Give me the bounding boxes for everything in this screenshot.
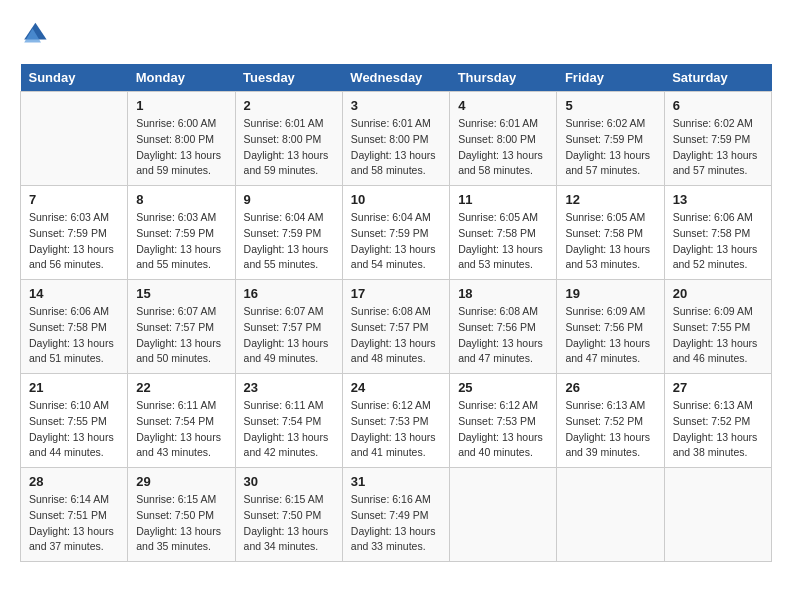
day-info: Sunrise: 6:01 AMSunset: 8:00 PMDaylight:… xyxy=(351,116,441,179)
day-number: 24 xyxy=(351,380,441,395)
day-info: Sunrise: 6:14 AMSunset: 7:51 PMDaylight:… xyxy=(29,492,119,555)
weekday-header-friday: Friday xyxy=(557,64,664,92)
day-number: 29 xyxy=(136,474,226,489)
calendar-cell: 19Sunrise: 6:09 AMSunset: 7:56 PMDayligh… xyxy=(557,280,664,374)
page-header xyxy=(20,20,772,48)
day-info: Sunrise: 6:15 AMSunset: 7:50 PMDaylight:… xyxy=(136,492,226,555)
calendar-cell: 29Sunrise: 6:15 AMSunset: 7:50 PMDayligh… xyxy=(128,468,235,562)
weekday-header-sunday: Sunday xyxy=(21,64,128,92)
day-number: 28 xyxy=(29,474,119,489)
calendar-week-3: 14Sunrise: 6:06 AMSunset: 7:58 PMDayligh… xyxy=(21,280,772,374)
day-number: 23 xyxy=(244,380,334,395)
day-info: Sunrise: 6:08 AMSunset: 7:57 PMDaylight:… xyxy=(351,304,441,367)
day-number: 13 xyxy=(673,192,763,207)
calendar-week-1: 1Sunrise: 6:00 AMSunset: 8:00 PMDaylight… xyxy=(21,92,772,186)
day-info: Sunrise: 6:05 AMSunset: 7:58 PMDaylight:… xyxy=(458,210,548,273)
day-info: Sunrise: 6:06 AMSunset: 7:58 PMDaylight:… xyxy=(29,304,119,367)
day-number: 19 xyxy=(565,286,655,301)
calendar-cell: 15Sunrise: 6:07 AMSunset: 7:57 PMDayligh… xyxy=(128,280,235,374)
day-number: 22 xyxy=(136,380,226,395)
day-number: 7 xyxy=(29,192,119,207)
calendar-cell: 2Sunrise: 6:01 AMSunset: 8:00 PMDaylight… xyxy=(235,92,342,186)
day-info: Sunrise: 6:03 AMSunset: 7:59 PMDaylight:… xyxy=(136,210,226,273)
calendar-cell: 14Sunrise: 6:06 AMSunset: 7:58 PMDayligh… xyxy=(21,280,128,374)
calendar-cell xyxy=(557,468,664,562)
calendar-cell: 20Sunrise: 6:09 AMSunset: 7:55 PMDayligh… xyxy=(664,280,771,374)
weekday-header-saturday: Saturday xyxy=(664,64,771,92)
calendar-cell xyxy=(21,92,128,186)
day-number: 10 xyxy=(351,192,441,207)
calendar-cell: 25Sunrise: 6:12 AMSunset: 7:53 PMDayligh… xyxy=(450,374,557,468)
calendar-cell: 16Sunrise: 6:07 AMSunset: 7:57 PMDayligh… xyxy=(235,280,342,374)
day-info: Sunrise: 6:08 AMSunset: 7:56 PMDaylight:… xyxy=(458,304,548,367)
day-number: 3 xyxy=(351,98,441,113)
day-info: Sunrise: 6:03 AMSunset: 7:59 PMDaylight:… xyxy=(29,210,119,273)
day-info: Sunrise: 6:11 AMSunset: 7:54 PMDaylight:… xyxy=(136,398,226,461)
day-info: Sunrise: 6:04 AMSunset: 7:59 PMDaylight:… xyxy=(244,210,334,273)
day-number: 17 xyxy=(351,286,441,301)
calendar-cell: 31Sunrise: 6:16 AMSunset: 7:49 PMDayligh… xyxy=(342,468,449,562)
calendar-cell: 6Sunrise: 6:02 AMSunset: 7:59 PMDaylight… xyxy=(664,92,771,186)
calendar-cell: 11Sunrise: 6:05 AMSunset: 7:58 PMDayligh… xyxy=(450,186,557,280)
day-number: 20 xyxy=(673,286,763,301)
calendar-table: SundayMondayTuesdayWednesdayThursdayFrid… xyxy=(20,64,772,562)
day-number: 27 xyxy=(673,380,763,395)
day-number: 1 xyxy=(136,98,226,113)
day-info: Sunrise: 6:04 AMSunset: 7:59 PMDaylight:… xyxy=(351,210,441,273)
day-number: 30 xyxy=(244,474,334,489)
day-number: 25 xyxy=(458,380,548,395)
calendar-week-4: 21Sunrise: 6:10 AMSunset: 7:55 PMDayligh… xyxy=(21,374,772,468)
calendar-cell: 24Sunrise: 6:12 AMSunset: 7:53 PMDayligh… xyxy=(342,374,449,468)
day-number: 15 xyxy=(136,286,226,301)
day-number: 21 xyxy=(29,380,119,395)
day-info: Sunrise: 6:16 AMSunset: 7:49 PMDaylight:… xyxy=(351,492,441,555)
calendar-cell: 7Sunrise: 6:03 AMSunset: 7:59 PMDaylight… xyxy=(21,186,128,280)
calendar-cell: 22Sunrise: 6:11 AMSunset: 7:54 PMDayligh… xyxy=(128,374,235,468)
day-info: Sunrise: 6:10 AMSunset: 7:55 PMDaylight:… xyxy=(29,398,119,461)
day-info: Sunrise: 6:00 AMSunset: 8:00 PMDaylight:… xyxy=(136,116,226,179)
calendar-week-2: 7Sunrise: 6:03 AMSunset: 7:59 PMDaylight… xyxy=(21,186,772,280)
weekday-header-thursday: Thursday xyxy=(450,64,557,92)
day-info: Sunrise: 6:13 AMSunset: 7:52 PMDaylight:… xyxy=(565,398,655,461)
calendar-cell: 23Sunrise: 6:11 AMSunset: 7:54 PMDayligh… xyxy=(235,374,342,468)
calendar-cell: 13Sunrise: 6:06 AMSunset: 7:58 PMDayligh… xyxy=(664,186,771,280)
calendar-cell: 27Sunrise: 6:13 AMSunset: 7:52 PMDayligh… xyxy=(664,374,771,468)
day-info: Sunrise: 6:02 AMSunset: 7:59 PMDaylight:… xyxy=(565,116,655,179)
calendar-cell: 9Sunrise: 6:04 AMSunset: 7:59 PMDaylight… xyxy=(235,186,342,280)
calendar-week-5: 28Sunrise: 6:14 AMSunset: 7:51 PMDayligh… xyxy=(21,468,772,562)
day-number: 31 xyxy=(351,474,441,489)
day-number: 5 xyxy=(565,98,655,113)
day-info: Sunrise: 6:15 AMSunset: 7:50 PMDaylight:… xyxy=(244,492,334,555)
weekday-header-wednesday: Wednesday xyxy=(342,64,449,92)
calendar-cell: 5Sunrise: 6:02 AMSunset: 7:59 PMDaylight… xyxy=(557,92,664,186)
calendar-cell: 8Sunrise: 6:03 AMSunset: 7:59 PMDaylight… xyxy=(128,186,235,280)
calendar-cell xyxy=(664,468,771,562)
day-number: 2 xyxy=(244,98,334,113)
calendar-cell: 12Sunrise: 6:05 AMSunset: 7:58 PMDayligh… xyxy=(557,186,664,280)
calendar-cell: 4Sunrise: 6:01 AMSunset: 8:00 PMDaylight… xyxy=(450,92,557,186)
day-info: Sunrise: 6:05 AMSunset: 7:58 PMDaylight:… xyxy=(565,210,655,273)
day-number: 11 xyxy=(458,192,548,207)
day-number: 14 xyxy=(29,286,119,301)
weekday-header-monday: Monday xyxy=(128,64,235,92)
day-number: 16 xyxy=(244,286,334,301)
calendar-cell: 3Sunrise: 6:01 AMSunset: 8:00 PMDaylight… xyxy=(342,92,449,186)
day-number: 8 xyxy=(136,192,226,207)
day-info: Sunrise: 6:01 AMSunset: 8:00 PMDaylight:… xyxy=(244,116,334,179)
day-info: Sunrise: 6:12 AMSunset: 7:53 PMDaylight:… xyxy=(458,398,548,461)
day-info: Sunrise: 6:13 AMSunset: 7:52 PMDaylight:… xyxy=(673,398,763,461)
day-info: Sunrise: 6:11 AMSunset: 7:54 PMDaylight:… xyxy=(244,398,334,461)
day-info: Sunrise: 6:06 AMSunset: 7:58 PMDaylight:… xyxy=(673,210,763,273)
day-number: 26 xyxy=(565,380,655,395)
calendar-cell: 21Sunrise: 6:10 AMSunset: 7:55 PMDayligh… xyxy=(21,374,128,468)
calendar-cell: 10Sunrise: 6:04 AMSunset: 7:59 PMDayligh… xyxy=(342,186,449,280)
day-number: 6 xyxy=(673,98,763,113)
logo xyxy=(20,20,52,48)
calendar-cell: 1Sunrise: 6:00 AMSunset: 8:00 PMDaylight… xyxy=(128,92,235,186)
day-info: Sunrise: 6:12 AMSunset: 7:53 PMDaylight:… xyxy=(351,398,441,461)
logo-icon xyxy=(20,20,48,48)
calendar-cell: 17Sunrise: 6:08 AMSunset: 7:57 PMDayligh… xyxy=(342,280,449,374)
day-info: Sunrise: 6:07 AMSunset: 7:57 PMDaylight:… xyxy=(244,304,334,367)
day-info: Sunrise: 6:01 AMSunset: 8:00 PMDaylight:… xyxy=(458,116,548,179)
day-number: 12 xyxy=(565,192,655,207)
